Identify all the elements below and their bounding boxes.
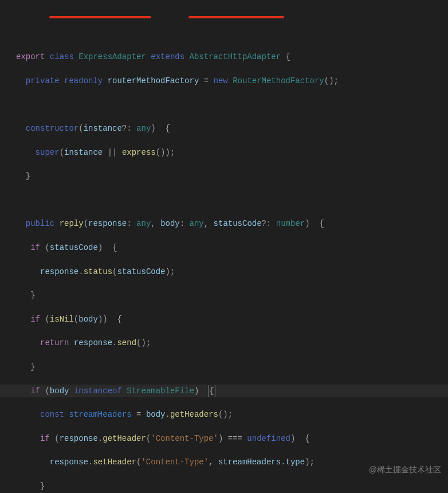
keyword-export: export <box>16 52 45 61</box>
cursor-bracket: { <box>209 385 214 397</box>
code-line: super(instance || express()); <box>16 147 442 159</box>
code-line: } <box>16 170 442 182</box>
watermark: @稀土掘金技术社区 <box>369 464 441 476</box>
code-line: } <box>16 361 442 373</box>
code-line <box>16 194 442 206</box>
code-line: response.status(statusCode); <box>16 266 442 278</box>
code-line: if (response.getHeader('Content-Type') =… <box>16 433 442 445</box>
code-line: export class ExpressAdapter extends Abst… <box>16 51 442 63</box>
code-editor[interactable]: export class ExpressAdapter extends Abst… <box>0 36 448 493</box>
code-line <box>16 99 442 111</box>
code-line: public reply(response: any, body: any, s… <box>16 218 442 230</box>
annotation-underline-2 <box>188 16 284 18</box>
keyword-extends: extends <box>151 52 184 61</box>
superclass-name: AbstractHttpAdapter <box>190 52 281 61</box>
keyword-class: class <box>50 52 74 61</box>
code-line: } <box>16 289 442 302</box>
code-line: if (isNil(body)) { <box>16 314 442 326</box>
code-line: constructor(instance?: any) { <box>16 123 442 135</box>
code-line: if (statusCode) { <box>16 242 442 254</box>
class-name: ExpressAdapter <box>78 52 146 61</box>
code-line: } <box>16 480 442 492</box>
code-line-highlighted: if (body instanceof StreamableFile) { <box>0 385 448 397</box>
code-line: const streamHeaders = body.getHeaders(); <box>16 409 442 421</box>
code-line: return response.send(); <box>16 337 442 349</box>
code-line: private readonly routerMethodFactory = n… <box>16 75 442 87</box>
annotation-underline-1 <box>49 16 151 18</box>
